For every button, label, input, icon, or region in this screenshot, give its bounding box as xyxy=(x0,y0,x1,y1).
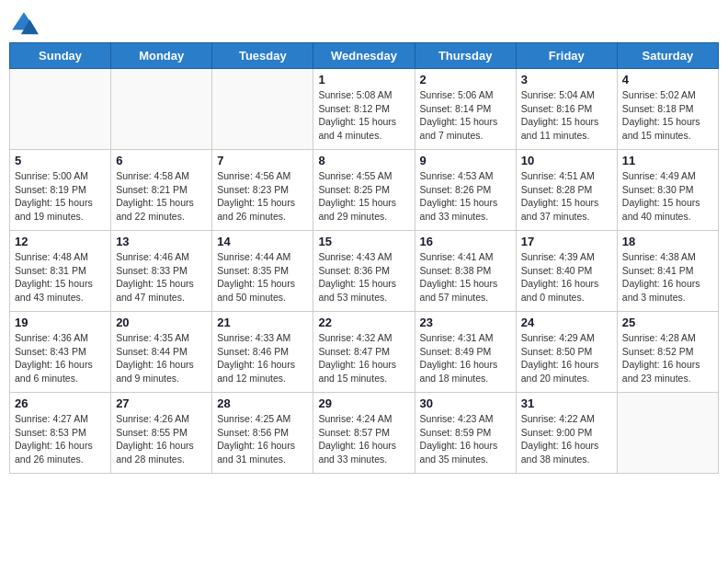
day-info: Sunrise: 4:44 AM Sunset: 8:35 PM Dayligh… xyxy=(217,250,308,304)
day-number: 23 xyxy=(420,316,511,329)
day-number: 21 xyxy=(217,316,308,329)
day-number: 28 xyxy=(217,396,308,410)
weekday-header-row: SundayMondayTuesdayWednesdayThursdayFrid… xyxy=(10,43,719,69)
day-info: Sunrise: 4:55 AM Sunset: 8:25 PM Dayligh… xyxy=(318,169,409,224)
calendar-week-row: 1Sunrise: 5:08 AM Sunset: 8:12 PM Daylig… xyxy=(10,69,719,150)
calendar-cell: 31Sunrise: 4:22 AM Sunset: 9:00 PM Dayli… xyxy=(516,393,617,474)
day-info: Sunrise: 4:53 AM Sunset: 8:26 PM Dayligh… xyxy=(420,169,511,224)
calendar-cell: 17Sunrise: 4:39 AM Sunset: 8:40 PM Dayli… xyxy=(516,231,617,312)
day-number: 2 xyxy=(420,73,511,86)
weekday-header: Sunday xyxy=(10,43,111,69)
calendar-cell: 4Sunrise: 5:02 AM Sunset: 8:18 PM Daylig… xyxy=(617,69,718,150)
calendar-cell: 23Sunrise: 4:31 AM Sunset: 8:49 PM Dayli… xyxy=(415,312,516,393)
day-info: Sunrise: 4:41 AM Sunset: 8:38 PM Dayligh… xyxy=(420,250,511,304)
calendar-cell: 21Sunrise: 4:33 AM Sunset: 8:46 PM Dayli… xyxy=(212,312,313,393)
calendar-cell: 1Sunrise: 5:08 AM Sunset: 8:12 PM Daylig… xyxy=(313,69,415,150)
day-number: 5 xyxy=(15,154,106,167)
calendar-cell: 10Sunrise: 4:51 AM Sunset: 8:28 PM Dayli… xyxy=(516,150,617,231)
day-number: 30 xyxy=(420,396,511,410)
day-number: 17 xyxy=(521,235,612,248)
calendar-cell: 7Sunrise: 4:56 AM Sunset: 8:23 PM Daylig… xyxy=(212,150,313,231)
calendar-cell: 19Sunrise: 4:36 AM Sunset: 8:43 PM Dayli… xyxy=(10,312,111,393)
logo-icon xyxy=(9,9,39,39)
calendar-week-row: 12Sunrise: 4:48 AM Sunset: 8:31 PM Dayli… xyxy=(10,231,719,312)
weekday-header: Tuesday xyxy=(212,43,313,69)
calendar-cell: 25Sunrise: 4:28 AM Sunset: 8:52 PM Dayli… xyxy=(617,312,718,393)
calendar-cell: 5Sunrise: 5:00 AM Sunset: 8:19 PM Daylig… xyxy=(10,150,111,231)
calendar-cell xyxy=(111,69,212,150)
calendar-cell: 20Sunrise: 4:35 AM Sunset: 8:44 PM Dayli… xyxy=(111,312,212,393)
day-info: Sunrise: 4:43 AM Sunset: 8:36 PM Dayligh… xyxy=(318,250,409,304)
day-info: Sunrise: 4:35 AM Sunset: 8:44 PM Dayligh… xyxy=(116,331,207,385)
day-number: 15 xyxy=(318,235,409,248)
day-number: 16 xyxy=(420,235,511,248)
day-number: 3 xyxy=(521,73,612,86)
day-info: Sunrise: 4:39 AM Sunset: 8:40 PM Dayligh… xyxy=(521,250,612,304)
day-info: Sunrise: 4:26 AM Sunset: 8:55 PM Dayligh… xyxy=(116,412,207,466)
calendar-cell: 18Sunrise: 4:38 AM Sunset: 8:41 PM Dayli… xyxy=(617,231,718,312)
calendar-cell: 9Sunrise: 4:53 AM Sunset: 8:26 PM Daylig… xyxy=(415,150,516,231)
day-info: Sunrise: 4:38 AM Sunset: 8:41 PM Dayligh… xyxy=(622,250,713,304)
day-number: 14 xyxy=(217,235,308,248)
calendar-cell: 28Sunrise: 4:25 AM Sunset: 8:56 PM Dayli… xyxy=(212,393,313,474)
calendar-week-row: 26Sunrise: 4:27 AM Sunset: 8:53 PM Dayli… xyxy=(10,393,719,474)
calendar-cell: 29Sunrise: 4:24 AM Sunset: 8:57 PM Dayli… xyxy=(313,393,415,474)
day-info: Sunrise: 4:25 AM Sunset: 8:56 PM Dayligh… xyxy=(217,412,308,466)
calendar-cell: 2Sunrise: 5:06 AM Sunset: 8:14 PM Daylig… xyxy=(415,69,516,150)
weekday-header: Saturday xyxy=(617,43,718,69)
day-info: Sunrise: 5:08 AM Sunset: 8:12 PM Dayligh… xyxy=(318,88,409,143)
calendar-cell: 14Sunrise: 4:44 AM Sunset: 8:35 PM Dayli… xyxy=(212,231,313,312)
day-number: 6 xyxy=(116,154,207,167)
day-info: Sunrise: 4:29 AM Sunset: 8:50 PM Dayligh… xyxy=(521,331,612,385)
calendar-week-row: 19Sunrise: 4:36 AM Sunset: 8:43 PM Dayli… xyxy=(10,312,719,393)
day-info: Sunrise: 4:51 AM Sunset: 8:28 PM Dayligh… xyxy=(521,169,612,224)
day-info: Sunrise: 4:36 AM Sunset: 8:43 PM Dayligh… xyxy=(15,331,106,385)
day-number: 9 xyxy=(420,154,511,167)
day-info: Sunrise: 4:22 AM Sunset: 9:00 PM Dayligh… xyxy=(521,412,612,466)
day-number: 12 xyxy=(15,235,106,248)
day-number: 11 xyxy=(622,154,713,167)
calendar-cell: 13Sunrise: 4:46 AM Sunset: 8:33 PM Dayli… xyxy=(111,231,212,312)
day-number: 7 xyxy=(217,154,308,167)
calendar-cell: 12Sunrise: 4:48 AM Sunset: 8:31 PM Dayli… xyxy=(10,231,111,312)
day-number: 18 xyxy=(622,235,713,248)
day-info: Sunrise: 5:02 AM Sunset: 8:18 PM Dayligh… xyxy=(622,88,713,143)
day-info: Sunrise: 4:46 AM Sunset: 8:33 PM Dayligh… xyxy=(116,250,207,304)
day-number: 4 xyxy=(622,73,713,86)
weekday-header: Thursday xyxy=(415,43,516,69)
calendar-cell: 15Sunrise: 4:43 AM Sunset: 8:36 PM Dayli… xyxy=(313,231,415,312)
day-info: Sunrise: 4:24 AM Sunset: 8:57 PM Dayligh… xyxy=(318,412,409,466)
day-info: Sunrise: 5:00 AM Sunset: 8:19 PM Dayligh… xyxy=(15,169,106,224)
day-info: Sunrise: 4:32 AM Sunset: 8:47 PM Dayligh… xyxy=(318,331,409,385)
weekday-header: Wednesday xyxy=(313,43,415,69)
day-number: 29 xyxy=(318,396,409,410)
day-number: 8 xyxy=(318,154,409,167)
page-header xyxy=(9,9,719,39)
day-number: 27 xyxy=(116,396,207,410)
day-info: Sunrise: 4:58 AM Sunset: 8:21 PM Dayligh… xyxy=(116,169,207,224)
calendar-cell: 27Sunrise: 4:26 AM Sunset: 8:55 PM Dayli… xyxy=(111,393,212,474)
calendar-cell: 11Sunrise: 4:49 AM Sunset: 8:30 PM Dayli… xyxy=(617,150,718,231)
calendar-cell: 16Sunrise: 4:41 AM Sunset: 8:38 PM Dayli… xyxy=(415,231,516,312)
calendar-cell: 30Sunrise: 4:23 AM Sunset: 8:59 PM Dayli… xyxy=(415,393,516,474)
logo xyxy=(9,9,42,39)
day-number: 24 xyxy=(521,316,612,329)
weekday-header: Monday xyxy=(111,43,212,69)
calendar-week-row: 5Sunrise: 5:00 AM Sunset: 8:19 PM Daylig… xyxy=(10,150,719,231)
weekday-header: Friday xyxy=(516,43,617,69)
calendar-cell: 6Sunrise: 4:58 AM Sunset: 8:21 PM Daylig… xyxy=(111,150,212,231)
calendar-cell: 26Sunrise: 4:27 AM Sunset: 8:53 PM Dayli… xyxy=(10,393,111,474)
calendar-cell xyxy=(617,393,718,474)
day-number: 26 xyxy=(15,396,106,410)
day-number: 25 xyxy=(622,316,713,329)
day-number: 10 xyxy=(521,154,612,167)
day-info: Sunrise: 5:04 AM Sunset: 8:16 PM Dayligh… xyxy=(521,88,612,143)
day-info: Sunrise: 4:23 AM Sunset: 8:59 PM Dayligh… xyxy=(420,412,511,466)
day-number: 19 xyxy=(15,316,106,329)
day-info: Sunrise: 4:28 AM Sunset: 8:52 PM Dayligh… xyxy=(622,331,713,385)
day-info: Sunrise: 4:56 AM Sunset: 8:23 PM Dayligh… xyxy=(217,169,308,224)
day-number: 20 xyxy=(116,316,207,329)
day-info: Sunrise: 4:27 AM Sunset: 8:53 PM Dayligh… xyxy=(15,412,106,466)
calendar-cell: 3Sunrise: 5:04 AM Sunset: 8:16 PM Daylig… xyxy=(516,69,617,150)
calendar-cell xyxy=(10,69,111,150)
